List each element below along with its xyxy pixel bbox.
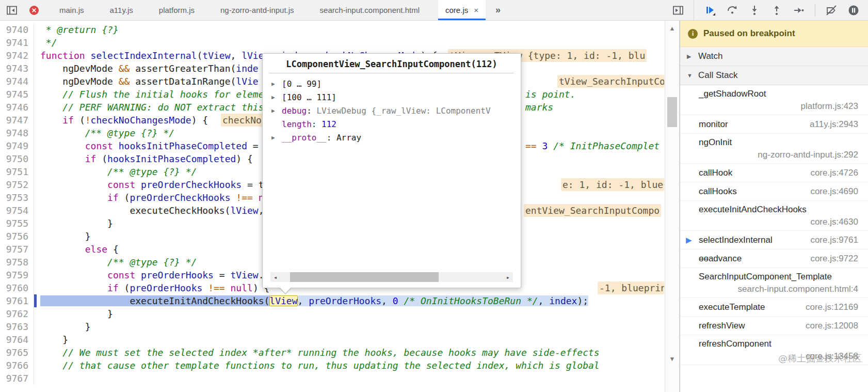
line-number[interactable]: 9764	[0, 333, 34, 346]
line-number[interactable]: 9744	[0, 75, 34, 88]
code-token: -1, blueprint: LVi	[598, 281, 664, 294]
code-row: 9766 // that cause other template functi…	[0, 359, 664, 372]
code-token	[231, 192, 236, 203]
code-line[interactable]: // We must set the selected index *after…	[34, 346, 664, 359]
popup-horizontal-scrollbar[interactable]: ◂ ▸	[270, 272, 513, 282]
line-number[interactable]: 9755	[0, 217, 34, 230]
expand-triangle-icon[interactable]: ▶	[271, 81, 282, 87]
code-line[interactable]: }	[34, 333, 664, 346]
tab-a11y.js[interactable]: a11y.js	[103, 0, 140, 20]
code-line[interactable]: * @return {?}	[34, 23, 664, 36]
code-token: assertGreaterThan(	[130, 63, 236, 74]
hide-navigator-icon[interactable]	[6, 5, 18, 16]
popup-row[interactable]: ▶__proto__: Array	[263, 131, 521, 144]
code-token: if	[107, 192, 119, 203]
code-token: if	[85, 153, 97, 164]
tab-overflow-chevron[interactable]: »	[491, 5, 505, 15]
popup-row[interactable]: ▶[0 … 99]	[263, 77, 521, 90]
resume-icon[interactable]	[704, 4, 716, 17]
vscroll-up-arrow-icon[interactable]: ▲	[665, 25, 679, 32]
popup-row[interactable]: ▶debug: LViewDebug {_raw_lView: LCompone…	[263, 104, 521, 117]
step-out-icon[interactable]	[770, 4, 783, 17]
line-number[interactable]: 9761	[0, 294, 34, 307]
code-line[interactable]: }	[34, 307, 664, 320]
line-number[interactable]: 9765	[0, 346, 34, 359]
tab-search-input.component.html[interactable]: search-input.component.html	[313, 0, 427, 20]
call-stack-frame[interactable]: ▶selectIndexInternalcore.js:9761	[680, 231, 868, 249]
tab-label: a11y.js	[110, 6, 133, 14]
call-stack-frame[interactable]: callHookcore.js:4726	[680, 164, 868, 182]
editor-vertical-scrollbar[interactable]: ▲ ▼	[665, 21, 680, 392]
code-token: {	[107, 244, 119, 255]
frame-name: executeInitAndCheckHooks	[699, 205, 858, 215]
popup-row[interactable]: ▶[100 … 111]	[263, 90, 521, 104]
line-number[interactable]: 9748	[0, 127, 34, 139]
vscroll-thumb[interactable]	[667, 97, 677, 127]
code-token: );	[577, 295, 588, 306]
line-number[interactable]: 9762	[0, 307, 34, 320]
toggle-debugger-sidebar-icon[interactable]	[672, 5, 684, 16]
popup-scroll-thumb[interactable]	[290, 272, 439, 282]
line-number[interactable]: 9753	[0, 191, 34, 204]
line-number[interactable]: 9757	[0, 243, 34, 256]
line-number[interactable]: 9743	[0, 62, 34, 75]
line-number[interactable]: 9758	[0, 256, 34, 269]
call-stack-frame[interactable]: executeInitAndCheckHookscore.js:4630	[680, 201, 868, 231]
code-line[interactable]: executeInitAndCheckHooks(lView, preOrder…	[34, 294, 664, 307]
code-token: // We must set the selected index *after…	[40, 347, 600, 358]
line-number[interactable]: 9741	[0, 36, 34, 49]
tab-main.js[interactable]: main.js	[52, 0, 91, 20]
code-line[interactable]: */	[34, 36, 664, 49]
step-icon[interactable]	[793, 4, 805, 17]
tab-close-icon[interactable]: ×	[474, 6, 478, 14]
code-line[interactable]	[34, 372, 664, 385]
code-row: 9767	[0, 372, 664, 385]
line-number[interactable]: 9766	[0, 359, 34, 372]
line-number[interactable]: 9759	[0, 269, 34, 281]
vscroll-down-arrow-icon[interactable]: ▼	[665, 355, 679, 363]
step-over-icon[interactable]	[726, 4, 738, 17]
line-number[interactable]: 9760	[0, 281, 34, 294]
popup-scroll-left-icon[interactable]: ◂	[274, 272, 277, 282]
expand-triangle-icon[interactable]: ▶	[271, 134, 282, 141]
line-number[interactable]: 9751	[0, 165, 34, 178]
line-number[interactable]: 9754	[0, 204, 34, 217]
popup-scroll-right-icon[interactable]: ▸	[506, 272, 510, 282]
paused-banner-label: Paused on breakpoint	[703, 28, 795, 39]
call-stack-frame[interactable]: refreshViewcore.js:12008	[680, 317, 868, 335]
call-stack-frame[interactable]: monitora11y.js:2943	[680, 115, 868, 134]
tab-ng-zorro-antd-input.js[interactable]: ng-zorro-antd-input.js	[213, 0, 301, 20]
call-stack-frame[interactable]: executeTemplatecore.js:12169	[680, 298, 868, 317]
popup-row[interactable]: ▶length: 112	[263, 117, 521, 131]
expand-triangle-icon[interactable]: ▶	[271, 94, 282, 101]
line-number[interactable]: 9746	[0, 101, 34, 114]
line-number[interactable]: 9749	[0, 139, 34, 152]
call-stack-frame[interactable]: SearchInputComponent_Templatesearch-inpu…	[680, 268, 868, 298]
line-number[interactable]: 9756	[0, 230, 34, 243]
call-stack-frame[interactable]: ngOnInitng-zorro-antd-input.js:292	[680, 134, 868, 164]
deactivate-breakpoints-icon[interactable]	[825, 4, 838, 17]
watch-section-header[interactable]: ▶ Watch	[680, 47, 868, 66]
code-line[interactable]: // that cause other template functions t…	[34, 359, 664, 372]
tab-platform.js[interactable]: platform.js	[152, 0, 202, 20]
call-stack-frame[interactable]: ɵɵadvancecore.js:9722	[680, 249, 868, 268]
code-row: 9741 */	[0, 36, 664, 49]
pause-on-exceptions-icon[interactable]	[847, 4, 860, 17]
line-number[interactable]: 9742	[0, 49, 34, 62]
call-stack-frame[interactable]: callHookscore.js:4690	[680, 182, 868, 201]
step-into-icon[interactable]	[748, 4, 761, 17]
line-number[interactable]: 9767	[0, 372, 34, 385]
line-number[interactable]: 9750	[0, 152, 34, 165]
code-row: 9763 }	[0, 320, 664, 333]
code-token: ==	[525, 140, 537, 151]
line-number[interactable]: 9747	[0, 114, 34, 127]
call-stack-section-header[interactable]: ▼ Call Stack	[680, 66, 868, 85]
line-number[interactable]: 9752	[0, 178, 34, 191]
call-stack-frame[interactable]: _getShadowRootplatform.js:423	[680, 85, 868, 115]
tab-core.js[interactable]: core.js×	[438, 0, 486, 20]
code-line[interactable]: }	[34, 320, 664, 333]
line-number[interactable]: 9745	[0, 88, 34, 101]
expand-triangle-icon[interactable]: ▶	[271, 107, 282, 114]
line-number[interactable]: 9740	[0, 23, 34, 36]
line-number[interactable]: 9763	[0, 320, 34, 333]
